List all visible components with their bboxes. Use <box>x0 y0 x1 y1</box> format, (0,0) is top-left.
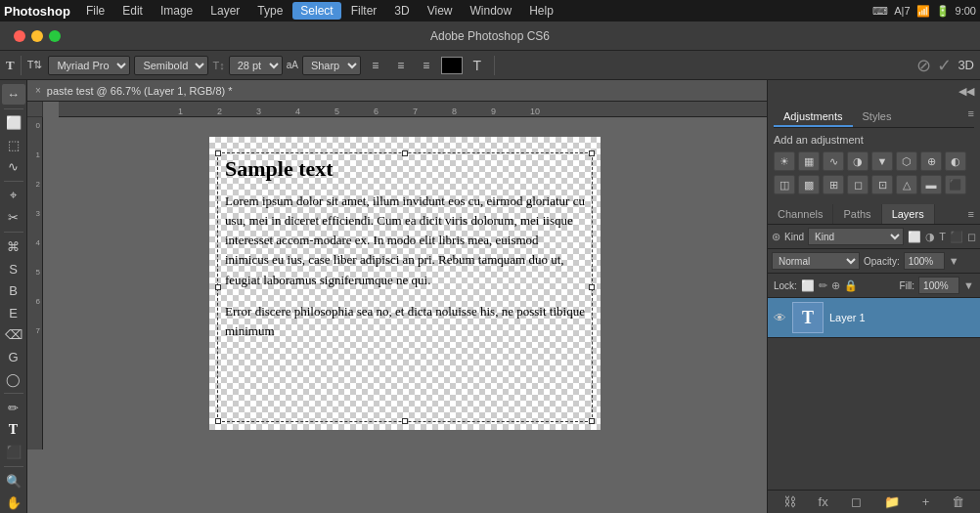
adj-threshold[interactable]: △ <box>896 175 917 194</box>
align-center-btn[interactable]: ≡ <box>390 55 412 76</box>
tool-eraser[interactable]: E <box>2 303 25 323</box>
fill-input[interactable] <box>918 277 959 294</box>
tool-gradient[interactable]: ⌫ <box>2 325 25 346</box>
adj-color-lookup[interactable]: ⊞ <box>823 175 844 194</box>
tool-pen[interactable]: ✏ <box>2 398 25 418</box>
tool-stamp[interactable]: B <box>2 280 25 301</box>
filter-sm-icon[interactable]: ◻ <box>967 231 976 243</box>
tool-lasso[interactable]: ⬚ <box>2 135 25 155</box>
filter-pixel-icon[interactable]: ⬜ <box>908 231 921 243</box>
tool-move[interactable]: ↔ <box>2 84 25 105</box>
opacity-arrow[interactable]: ▼ <box>949 255 959 267</box>
filter-type-icon[interactable]: T <box>939 231 946 242</box>
layers-panel-menu[interactable]: ≡ <box>962 204 980 224</box>
font-family-select[interactable]: Myriad Pro <box>48 56 130 75</box>
layer-item-1[interactable]: 👁 T Layer 1 <box>768 298 980 338</box>
adj-invert[interactable]: ◻ <box>847 175 869 194</box>
tab-adjustments[interactable]: Adjustments <box>774 107 853 127</box>
filter-type-select[interactable]: Kind <box>808 228 904 245</box>
tool-eyedrop[interactable]: ✂ <box>2 208 25 229</box>
tab-layers[interactable]: Layers <box>882 204 935 224</box>
add-mask-btn[interactable]: ◻ <box>851 494 862 509</box>
tool-dodge[interactable]: ◯ <box>2 369 25 390</box>
tool-wand[interactable]: ∿ <box>2 157 25 178</box>
canvas-frame[interactable]: Sample text Lorem ipsum dolor sit amet, … <box>209 137 601 430</box>
adj-curves[interactable]: ∿ <box>823 151 844 171</box>
tab-styles[interactable]: Styles <box>853 107 902 127</box>
layers-lock-bar: Lock: ⬜ ✏ ⊕ 🔒 Fill: ▼ <box>768 274 980 298</box>
filter-shape-icon[interactable]: ⬛ <box>950 231 963 243</box>
adj-posterize[interactable]: ⊡ <box>871 175 893 194</box>
filter-adj-icon[interactable]: ◑ <box>925 231 935 243</box>
close-btn[interactable] <box>14 30 25 42</box>
adj-selective-color[interactable]: ⬛ <box>945 175 966 194</box>
canvas-close[interactable]: × <box>35 85 41 96</box>
ruler-h-8: 8 <box>450 107 489 116</box>
adj-vibrance[interactable]: ▼ <box>871 151 893 171</box>
fill-arrow[interactable]: ▼ <box>963 279 974 291</box>
menu-view[interactable]: View <box>420 2 461 20</box>
layer-style-btn[interactable]: fx <box>819 494 828 509</box>
menu-select[interactable]: Select <box>292 2 340 20</box>
align-left-btn[interactable]: ≡ <box>365 55 386 76</box>
adj-icons-row1: ☀ ▦ ∿ ◑ ▼ ⬡ ⊕ ◐ <box>774 151 974 171</box>
main-area: ↔ ⬜ ⬚ ∿ ⌖ ✂ ⌘ S B E ⌫ G ◯ ✏ T ⬛ 🔍 ✋ × pa… <box>0 80 980 513</box>
tool-text[interactable]: T <box>2 420 25 441</box>
tab-paths[interactable]: Paths <box>833 204 881 224</box>
menu-file[interactable]: File <box>78 2 112 20</box>
menu-image[interactable]: Image <box>153 2 200 20</box>
new-group-btn[interactable]: 📁 <box>884 494 900 509</box>
blend-mode-select[interactable]: Normal <box>772 252 860 270</box>
tool-zoom[interactable]: 🔍 <box>2 471 25 492</box>
adj-cb[interactable]: ⊕ <box>920 151 942 171</box>
menu-window[interactable]: Window <box>463 2 520 20</box>
minimize-btn[interactable] <box>31 30 43 42</box>
maximize-btn[interactable] <box>49 30 61 42</box>
menu-edit[interactable]: Edit <box>114 2 151 20</box>
font-style-select[interactable]: Semibold <box>134 56 208 75</box>
confirm-transform-btn[interactable]: ✓ <box>937 55 952 76</box>
adj-photo[interactable]: ◫ <box>774 175 795 194</box>
lock-all-icon[interactable]: 🔒 <box>844 279 858 292</box>
lock-image-icon[interactable]: ✏ <box>819 279 827 292</box>
tab-channels[interactable]: Channels <box>768 204 833 224</box>
adj-gradient-map[interactable]: ▬ <box>920 175 942 194</box>
tool-rect-select[interactable]: ⬜ <box>2 112 25 133</box>
tool-brush[interactable]: S <box>2 259 25 279</box>
menu-layer[interactable]: Layer <box>202 2 247 20</box>
menu-help[interactable]: Help <box>521 2 561 20</box>
tool-shape[interactable]: ⬛ <box>2 442 25 462</box>
opacity-input[interactable] <box>904 252 945 270</box>
panel-menu-btn[interactable]: ≡ <box>968 107 974 127</box>
new-layer-btn[interactable]: + <box>922 494 930 509</box>
lock-transparent-icon[interactable]: ⬜ <box>801 279 815 292</box>
menu-type[interactable]: Type <box>249 2 290 20</box>
panel-collapse-btn[interactable]: ◀◀ <box>957 83 976 100</box>
text-tool-icon: T <box>6 58 15 73</box>
adj-hsl[interactable]: ⬡ <box>896 151 917 171</box>
align-right-btn[interactable]: ≡ <box>416 55 437 76</box>
tool-hand[interactable]: ✋ <box>2 492 25 513</box>
adj-exposure[interactable]: ◑ <box>847 151 869 171</box>
cancel-transform-btn[interactable]: ⊘ <box>916 55 931 76</box>
adj-channel[interactable]: ▩ <box>798 175 820 194</box>
tool-blur[interactable]: G <box>2 347 25 367</box>
font-size-select[interactable]: 28 pt <box>229 56 283 75</box>
canvas-content: Sample text Lorem ipsum dolor sit amet, … <box>43 117 767 449</box>
layer-visibility-icon[interactable]: 👁 <box>774 311 786 325</box>
3d-mode-btn[interactable]: 3D <box>958 58 974 72</box>
aa-select[interactable]: Sharp <box>302 56 361 75</box>
delete-layer-btn[interactable]: 🗑 <box>952 494 964 509</box>
menu-filter[interactable]: Filter <box>343 2 385 20</box>
tool-crop[interactable]: ⌖ <box>2 186 25 206</box>
text-color-swatch[interactable] <box>441 57 463 74</box>
sep2 <box>494 56 495 75</box>
adj-levels[interactable]: ▦ <box>798 151 820 171</box>
adj-brightness[interactable]: ☀ <box>774 151 795 171</box>
lock-position-icon[interactable]: ⊕ <box>831 279 840 292</box>
adj-bw[interactable]: ◐ <box>945 151 966 171</box>
link-layers-btn[interactable]: ⛓ <box>783 494 796 509</box>
tool-heal[interactable]: ⌘ <box>2 236 25 257</box>
warp-text-btn[interactable]: T <box>467 55 488 76</box>
menu-3d[interactable]: 3D <box>386 2 417 20</box>
